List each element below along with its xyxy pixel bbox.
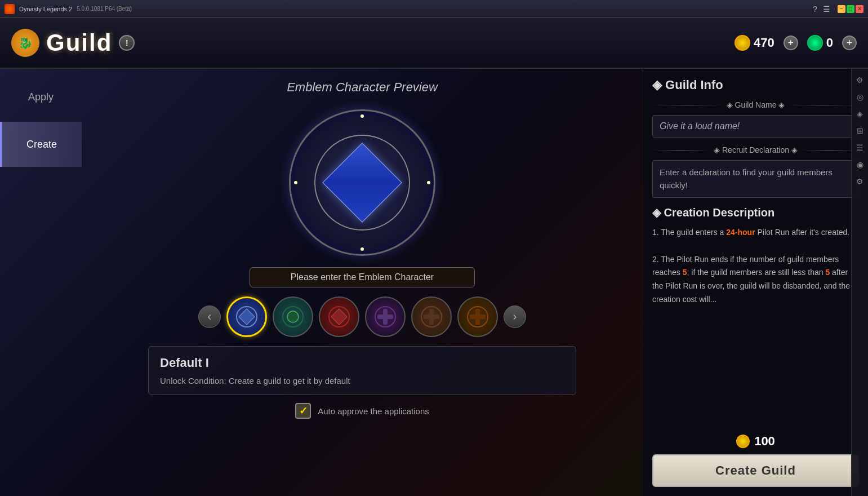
edge-btn-5[interactable]: ☰: [853, 141, 867, 154]
add-gem-button[interactable]: +: [842, 36, 857, 50]
sparkle-right: [427, 181, 430, 184]
creation-desc-text: 1. The guild enters a 24-hour Pilot Run …: [652, 226, 859, 425]
emblem-thumb-1[interactable]: [226, 296, 267, 337]
emblem-preview-title: Emblem Character Preview: [287, 80, 438, 95]
right-panel: ◈ Guild Info ◈ Guild Name ◈ Give it a lo…: [643, 69, 868, 496]
emblem-next-button[interactable]: ›: [504, 305, 526, 328]
emblem-unlock-condition: Unlock Condition: Create a guild to get …: [160, 376, 564, 386]
cost-row: 100: [652, 434, 859, 449]
gem-icon: [807, 35, 823, 51]
emblem-design-3: [326, 303, 353, 330]
guild-name-divider: ◈ Guild Name ◈: [652, 100, 859, 109]
emblem-diamond: [322, 143, 402, 222]
guild-warning-button[interactable]: !: [119, 35, 135, 51]
plus-gem-icon: +: [847, 37, 853, 49]
edge-btn-6[interactable]: ◉: [853, 158, 867, 171]
highlight-5-1: 5: [683, 268, 687, 277]
main-area: Apply Create Emblem Character Preview Pl…: [0, 69, 868, 496]
svg-rect-8: [383, 309, 388, 325]
emblem-name: Default I: [160, 356, 564, 370]
app-version: 5.0.0.1081 P64 (Beta): [77, 6, 132, 12]
header-currency: 470 + 0 +: [735, 35, 857, 51]
recruit-divider-left: [652, 150, 710, 150]
create-label: Create: [26, 139, 57, 150]
svg-rect-1: [239, 309, 255, 325]
emblem-input-label[interactable]: Please enter the Emblem Character: [250, 267, 475, 287]
emblem-inner: [314, 135, 410, 231]
title-bar: Dynasty Legends 2 5.0.0.1081 P64 (Beta) …: [0, 0, 868, 18]
cost-value: 100: [754, 434, 775, 449]
emblem-design-1: [233, 303, 260, 330]
emblem-design-2: [279, 303, 306, 330]
edge-btn-3[interactable]: ◈: [853, 107, 867, 121]
auto-approve-checkbox[interactable]: [295, 403, 311, 419]
emblem-thumb-6[interactable]: [457, 296, 498, 337]
highlight-5-2: 5: [825, 268, 830, 277]
app-title: Dynasty Legends 2: [19, 6, 72, 12]
guild-title: Guild: [46, 29, 112, 56]
menu-button[interactable]: ☰: [822, 5, 831, 14]
emblem-selector: ‹: [198, 296, 526, 337]
emblem-thumb-2[interactable]: [273, 296, 313, 337]
sparkle-top: [360, 114, 364, 118]
emblem-thumb-4[interactable]: [365, 296, 406, 337]
edge-btn-2[interactable]: ◎: [853, 90, 867, 104]
gold-currency: 470: [735, 35, 774, 51]
emblem-prev-button[interactable]: ‹: [198, 305, 221, 328]
coin-icon: [735, 35, 750, 51]
recruit-divider-right: [801, 150, 859, 150]
center-panel: Emblem Character Preview Please enter th…: [82, 69, 643, 496]
auto-approve-row: Auto approve the applications: [295, 403, 429, 419]
edge-btn-4[interactable]: ⊞: [853, 124, 867, 138]
emblem-design-6: [464, 303, 491, 330]
window-controls: − □ ✕: [838, 5, 863, 13]
recruit-declaration-field[interactable]: Enter a declaration to find your guild m…: [652, 160, 859, 198]
svg-rect-11: [429, 309, 434, 325]
guild-info-title: ◈ Guild Info: [652, 78, 859, 92]
apply-label: Apply: [28, 91, 54, 103]
sparkle-bottom: [360, 247, 364, 251]
gem-currency: 0: [807, 35, 833, 51]
recruit-divider: ◈ Recruit Declaration ◈: [652, 145, 859, 154]
emblem-thumb-3[interactable]: [319, 296, 359, 337]
edge-toolbar: ⚙ ◎ ◈ ⊞ ☰ ◉ ⚙: [851, 69, 868, 496]
close-button[interactable]: ✕: [856, 5, 863, 13]
edge-btn-1[interactable]: ⚙: [853, 73, 867, 87]
guild-name-field[interactable]: Give it a loud name!: [652, 115, 859, 138]
sparkle-left: [294, 181, 297, 184]
creation-desc-title: ◈ Creation Description: [652, 206, 859, 219]
add-gold-button[interactable]: +: [784, 36, 798, 50]
sidebar-item-apply[interactable]: Apply: [0, 74, 82, 119]
create-guild-button[interactable]: Create Guild: [652, 454, 859, 487]
maximize-button[interactable]: □: [847, 5, 854, 13]
divider-line-left: [652, 105, 723, 105]
dragon-icon: 🐉: [19, 36, 33, 50]
help-button[interactable]: ?: [811, 5, 820, 14]
plus-icon: +: [787, 37, 794, 49]
emblem-design-5: [418, 303, 445, 330]
recruit-placeholder: Enter a declaration to find your guild m…: [660, 167, 833, 190]
emblem-design-4: [372, 303, 399, 330]
guild-name-section-label: ◈ Guild Name ◈: [727, 100, 785, 109]
sidebar: Apply Create: [0, 69, 82, 496]
sidebar-item-create[interactable]: Create: [0, 122, 82, 167]
gem-amount: 0: [826, 36, 833, 50]
auto-approve-label: Auto approve the applications: [318, 406, 429, 416]
title-bar-right: ? ☰ − □ ✕: [811, 5, 863, 14]
emblem-display: [283, 104, 441, 262]
svg-rect-14: [475, 309, 480, 325]
minimize-button[interactable]: −: [838, 5, 845, 13]
warning-icon: !: [126, 38, 128, 47]
header: 🐉 Guild ! 470 + 0 +: [0, 18, 868, 69]
recruit-section-label: ◈ Recruit Declaration ◈: [714, 145, 798, 154]
title-bar-left: Dynasty Legends 2 5.0.0.1081 P64 (Beta): [5, 4, 132, 14]
header-logo: 🐉: [11, 29, 39, 57]
app-icon: [5, 4, 15, 14]
gold-amount: 470: [754, 36, 774, 50]
cost-coin-icon: [736, 435, 750, 448]
svg-point-3: [287, 311, 299, 322]
edge-btn-7[interactable]: ⚙: [853, 175, 867, 188]
guild-name-placeholder: Give it a loud name!: [660, 121, 740, 131]
divider-line-right: [788, 105, 859, 105]
emblem-thumb-5[interactable]: [411, 296, 452, 337]
